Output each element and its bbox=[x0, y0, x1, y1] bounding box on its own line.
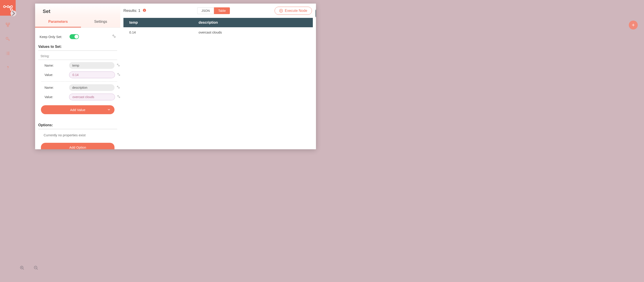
string-group-heading: String: bbox=[38, 52, 117, 60]
app-sidebar bbox=[0, 0, 16, 282]
table-row: 0.14 overcast clouds bbox=[124, 27, 313, 37]
svg-point-0 bbox=[4, 5, 6, 7]
zoom-out-button[interactable] bbox=[34, 266, 38, 271]
gears-icon bbox=[116, 63, 120, 67]
svg-point-19 bbox=[118, 95, 119, 96]
table-cell: 0.14 bbox=[124, 27, 193, 37]
field-value-label: Value: bbox=[44, 95, 69, 99]
svg-rect-4 bbox=[6, 23, 8, 24]
svg-point-20 bbox=[119, 97, 120, 98]
column-header: description bbox=[193, 18, 313, 27]
svg-point-13 bbox=[117, 64, 118, 65]
gears-icon bbox=[117, 94, 120, 99]
plus-icon bbox=[631, 23, 636, 27]
field-separator bbox=[41, 81, 117, 82]
node-config-panel: Set Parameters Settings Keep Only Set: V… bbox=[35, 3, 120, 149]
options-empty-text: Currently no properties exist bbox=[38, 131, 117, 139]
play-icon bbox=[279, 9, 283, 12]
svg-point-12 bbox=[114, 36, 116, 37]
add-value-label: Add Value bbox=[70, 108, 85, 112]
info-icon bbox=[143, 8, 146, 12]
keep-only-set-options[interactable] bbox=[112, 34, 117, 39]
add-node-button[interactable] bbox=[629, 20, 638, 29]
field-value-input[interactable] bbox=[69, 71, 115, 78]
app-logo[interactable] bbox=[0, 0, 16, 16]
view-toggle: JSON Table bbox=[197, 7, 230, 14]
svg-point-2 bbox=[10, 5, 12, 7]
view-json-button[interactable]: JSON bbox=[197, 7, 214, 14]
svg-point-7 bbox=[6, 37, 8, 39]
field-name-input[interactable] bbox=[69, 84, 114, 91]
svg-point-8 bbox=[8, 69, 8, 69]
field-name-options[interactable] bbox=[116, 63, 120, 68]
svg-point-17 bbox=[117, 86, 118, 87]
svg-rect-6 bbox=[7, 25, 8, 27]
results-info-button[interactable] bbox=[143, 8, 146, 13]
field-name-input[interactable] bbox=[69, 62, 114, 69]
help-icon[interactable] bbox=[5, 65, 10, 71]
svg-point-16 bbox=[119, 75, 120, 76]
results-panel: Results: 1 JSON Table Execute Node temp … bbox=[120, 3, 316, 149]
zoom-controls bbox=[20, 266, 38, 271]
tab-settings[interactable]: Settings bbox=[81, 16, 120, 27]
field-value-options[interactable] bbox=[117, 72, 120, 77]
field-name-label: Name: bbox=[44, 86, 69, 89]
execute-node-label: Execute Node bbox=[285, 9, 307, 13]
svg-point-18 bbox=[118, 87, 120, 88]
keep-only-set-toggle[interactable] bbox=[70, 34, 79, 39]
column-header: temp bbox=[124, 18, 193, 27]
svg-point-11 bbox=[113, 35, 114, 36]
add-option-label: Add Option bbox=[69, 145, 86, 149]
options-heading: Options: bbox=[38, 120, 117, 129]
field-value-label: Value: bbox=[44, 73, 69, 77]
sidebar-expand-button[interactable] bbox=[10, 10, 16, 16]
results-table: temp description 0.14 overcast clouds bbox=[124, 18, 313, 37]
config-tabs: Parameters Settings bbox=[35, 16, 120, 28]
svg-point-1 bbox=[7, 5, 9, 7]
add-option-button[interactable]: Add Option bbox=[41, 143, 114, 149]
gears-icon bbox=[117, 72, 120, 76]
zoom-in-button[interactable] bbox=[20, 266, 24, 271]
results-count: Results: 1 bbox=[124, 8, 140, 13]
list-icon[interactable] bbox=[5, 51, 10, 57]
node-editor-modal: Set Parameters Settings Keep Only Set: V… bbox=[35, 3, 316, 149]
field-value-input[interactable] bbox=[69, 94, 115, 100]
close-modal-button[interactable] bbox=[316, 8, 316, 18]
values-to-set-heading: Values to Set: bbox=[38, 41, 117, 51]
keep-only-set-label: Keep Only Set: bbox=[38, 35, 70, 39]
workflows-icon[interactable] bbox=[5, 22, 10, 28]
tab-parameters[interactable]: Parameters bbox=[35, 16, 81, 27]
view-table-button[interactable]: Table bbox=[214, 7, 230, 14]
chevron-down-icon bbox=[107, 108, 110, 112]
field-name-options[interactable] bbox=[116, 85, 120, 90]
field-value-options[interactable] bbox=[117, 94, 120, 99]
key-icon[interactable] bbox=[5, 37, 10, 42]
gears-icon bbox=[112, 34, 116, 38]
gears-icon bbox=[116, 85, 120, 89]
field-name-label: Name: bbox=[44, 64, 69, 67]
execute-node-button[interactable]: Execute Node bbox=[274, 7, 312, 15]
node-title: Set bbox=[35, 3, 120, 16]
svg-point-14 bbox=[118, 65, 120, 66]
table-cell: overcast clouds bbox=[193, 27, 313, 37]
svg-rect-5 bbox=[8, 23, 10, 24]
add-value-button[interactable]: Add Value bbox=[41, 105, 114, 114]
svg-point-15 bbox=[118, 73, 119, 74]
chevron-right-icon bbox=[10, 10, 16, 17]
